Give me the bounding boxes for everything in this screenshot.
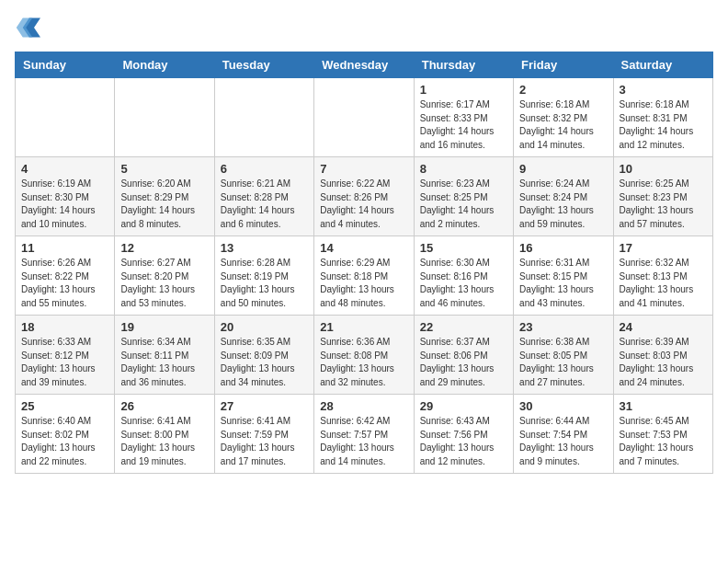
day-cell: 4Sunrise: 6:19 AM Sunset: 8:30 PM Daylig… xyxy=(16,157,115,236)
week-row-2: 4Sunrise: 6:19 AM Sunset: 8:30 PM Daylig… xyxy=(16,157,713,236)
day-cell: 18Sunrise: 6:33 AM Sunset: 8:12 PM Dayli… xyxy=(16,316,115,395)
day-info: Sunrise: 6:18 AM Sunset: 8:31 PM Dayligh… xyxy=(620,98,707,152)
day-cell: 2Sunrise: 6:18 AM Sunset: 8:32 PM Daylig… xyxy=(514,78,613,157)
day-number: 23 xyxy=(519,320,607,334)
day-cell: 15Sunrise: 6:30 AM Sunset: 8:16 PM Dayli… xyxy=(414,236,513,316)
day-number: 31 xyxy=(620,399,707,413)
day-cell: 30Sunrise: 6:44 AM Sunset: 7:54 PM Dayli… xyxy=(514,395,613,474)
day-info: Sunrise: 6:41 AM Sunset: 8:00 PM Dayligh… xyxy=(120,415,208,468)
day-info: Sunrise: 6:28 AM Sunset: 8:19 PM Dayligh… xyxy=(221,257,308,310)
day-info: Sunrise: 6:41 AM Sunset: 7:59 PM Dayligh… xyxy=(221,415,308,468)
page-header xyxy=(15,15,713,40)
day-number: 29 xyxy=(420,399,507,413)
day-cell: 29Sunrise: 6:43 AM Sunset: 7:56 PM Dayli… xyxy=(414,395,513,474)
day-info: Sunrise: 6:21 AM Sunset: 8:28 PM Dayligh… xyxy=(221,178,308,231)
day-number: 25 xyxy=(21,399,108,413)
day-number: 13 xyxy=(221,241,308,255)
day-number: 9 xyxy=(519,162,607,176)
day-cell: 14Sunrise: 6:29 AM Sunset: 8:18 PM Dayli… xyxy=(314,236,414,316)
day-cell: 8Sunrise: 6:23 AM Sunset: 8:25 PM Daylig… xyxy=(414,157,513,236)
day-header-friday: Friday xyxy=(514,52,613,78)
day-cell: 22Sunrise: 6:37 AM Sunset: 8:06 PM Dayli… xyxy=(414,316,513,395)
day-info: Sunrise: 6:18 AM Sunset: 8:32 PM Dayligh… xyxy=(519,98,607,152)
day-cell: 31Sunrise: 6:45 AM Sunset: 7:53 PM Dayli… xyxy=(613,395,712,474)
day-number: 4 xyxy=(21,162,108,176)
day-cell xyxy=(314,78,414,157)
day-number: 21 xyxy=(320,320,407,334)
day-number: 12 xyxy=(120,241,208,255)
day-number: 7 xyxy=(320,162,407,176)
day-cell: 25Sunrise: 6:40 AM Sunset: 8:02 PM Dayli… xyxy=(16,395,115,474)
day-info: Sunrise: 6:44 AM Sunset: 7:54 PM Dayligh… xyxy=(519,415,607,468)
day-cell: 5Sunrise: 6:20 AM Sunset: 8:29 PM Daylig… xyxy=(115,157,214,236)
day-info: Sunrise: 6:32 AM Sunset: 8:13 PM Dayligh… xyxy=(620,257,707,310)
calendar-header: SundayMondayTuesdayWednesdayThursdayFrid… xyxy=(16,52,713,78)
day-cell: 27Sunrise: 6:41 AM Sunset: 7:59 PM Dayli… xyxy=(214,395,313,474)
day-number: 30 xyxy=(519,399,607,413)
day-info: Sunrise: 6:35 AM Sunset: 8:09 PM Dayligh… xyxy=(221,336,308,389)
day-info: Sunrise: 6:19 AM Sunset: 8:30 PM Dayligh… xyxy=(21,178,108,231)
day-cell: 17Sunrise: 6:32 AM Sunset: 8:13 PM Dayli… xyxy=(613,236,712,316)
day-cell: 24Sunrise: 6:39 AM Sunset: 8:03 PM Dayli… xyxy=(613,316,712,395)
day-number: 18 xyxy=(21,320,108,334)
day-info: Sunrise: 6:45 AM Sunset: 7:53 PM Dayligh… xyxy=(620,415,707,468)
day-cell: 7Sunrise: 6:22 AM Sunset: 8:26 PM Daylig… xyxy=(314,157,414,236)
day-info: Sunrise: 6:17 AM Sunset: 8:33 PM Dayligh… xyxy=(420,98,507,152)
day-header-tuesday: Tuesday xyxy=(214,52,313,78)
day-info: Sunrise: 6:38 AM Sunset: 8:05 PM Dayligh… xyxy=(519,336,607,389)
day-info: Sunrise: 6:37 AM Sunset: 8:06 PM Dayligh… xyxy=(420,336,507,389)
day-number: 5 xyxy=(120,162,208,176)
day-number: 2 xyxy=(519,83,607,97)
day-info: Sunrise: 6:24 AM Sunset: 8:24 PM Dayligh… xyxy=(519,178,607,231)
day-cell: 9Sunrise: 6:24 AM Sunset: 8:24 PM Daylig… xyxy=(514,157,613,236)
day-number: 24 xyxy=(620,320,707,334)
day-number: 8 xyxy=(420,162,507,176)
day-info: Sunrise: 6:39 AM Sunset: 8:03 PM Dayligh… xyxy=(620,336,707,389)
day-info: Sunrise: 6:43 AM Sunset: 7:56 PM Dayligh… xyxy=(420,415,507,468)
day-cell: 28Sunrise: 6:42 AM Sunset: 7:57 PM Dayli… xyxy=(314,395,414,474)
header-row: SundayMondayTuesdayWednesdayThursdayFrid… xyxy=(16,52,713,78)
day-number: 26 xyxy=(120,399,208,413)
day-info: Sunrise: 6:33 AM Sunset: 8:12 PM Dayligh… xyxy=(21,336,108,389)
logo-icon xyxy=(15,15,40,40)
day-info: Sunrise: 6:29 AM Sunset: 8:18 PM Dayligh… xyxy=(320,257,407,310)
day-info: Sunrise: 6:23 AM Sunset: 8:25 PM Dayligh… xyxy=(420,178,507,231)
day-cell: 16Sunrise: 6:31 AM Sunset: 8:15 PM Dayli… xyxy=(514,236,613,316)
day-info: Sunrise: 6:27 AM Sunset: 8:20 PM Dayligh… xyxy=(120,257,208,310)
day-number: 28 xyxy=(320,399,407,413)
day-number: 14 xyxy=(320,241,407,255)
day-info: Sunrise: 6:30 AM Sunset: 8:16 PM Dayligh… xyxy=(420,257,507,310)
day-cell: 1Sunrise: 6:17 AM Sunset: 8:33 PM Daylig… xyxy=(414,78,513,157)
day-cell xyxy=(214,78,313,157)
calendar-table: SundayMondayTuesdayWednesdayThursdayFrid… xyxy=(15,52,713,474)
day-info: Sunrise: 6:26 AM Sunset: 8:22 PM Dayligh… xyxy=(21,257,108,310)
day-cell: 13Sunrise: 6:28 AM Sunset: 8:19 PM Dayli… xyxy=(214,236,313,316)
day-info: Sunrise: 6:40 AM Sunset: 8:02 PM Dayligh… xyxy=(21,415,108,468)
day-number: 19 xyxy=(120,320,208,334)
day-info: Sunrise: 6:20 AM Sunset: 8:29 PM Dayligh… xyxy=(120,178,208,231)
day-info: Sunrise: 6:42 AM Sunset: 7:57 PM Dayligh… xyxy=(320,415,407,468)
day-number: 27 xyxy=(221,399,308,413)
week-row-4: 18Sunrise: 6:33 AM Sunset: 8:12 PM Dayli… xyxy=(16,316,713,395)
day-cell xyxy=(16,78,115,157)
day-header-thursday: Thursday xyxy=(414,52,513,78)
day-cell: 21Sunrise: 6:36 AM Sunset: 8:08 PM Dayli… xyxy=(314,316,414,395)
day-header-wednesday: Wednesday xyxy=(314,52,414,78)
logo xyxy=(15,15,44,40)
day-info: Sunrise: 6:22 AM Sunset: 8:26 PM Dayligh… xyxy=(320,178,407,231)
day-info: Sunrise: 6:25 AM Sunset: 8:23 PM Dayligh… xyxy=(620,178,707,231)
day-number: 6 xyxy=(221,162,308,176)
day-number: 15 xyxy=(420,241,507,255)
day-number: 22 xyxy=(420,320,507,334)
day-cell: 12Sunrise: 6:27 AM Sunset: 8:20 PM Dayli… xyxy=(115,236,214,316)
day-cell: 6Sunrise: 6:21 AM Sunset: 8:28 PM Daylig… xyxy=(214,157,313,236)
week-row-3: 11Sunrise: 6:26 AM Sunset: 8:22 PM Dayli… xyxy=(16,236,713,316)
calendar-body: 1Sunrise: 6:17 AM Sunset: 8:33 PM Daylig… xyxy=(16,78,713,474)
day-header-sunday: Sunday xyxy=(16,52,115,78)
day-cell: 20Sunrise: 6:35 AM Sunset: 8:09 PM Dayli… xyxy=(214,316,313,395)
day-info: Sunrise: 6:31 AM Sunset: 8:15 PM Dayligh… xyxy=(519,257,607,310)
day-info: Sunrise: 6:36 AM Sunset: 8:08 PM Dayligh… xyxy=(320,336,407,389)
day-cell xyxy=(115,78,214,157)
day-number: 16 xyxy=(519,241,607,255)
day-number: 3 xyxy=(620,83,707,97)
